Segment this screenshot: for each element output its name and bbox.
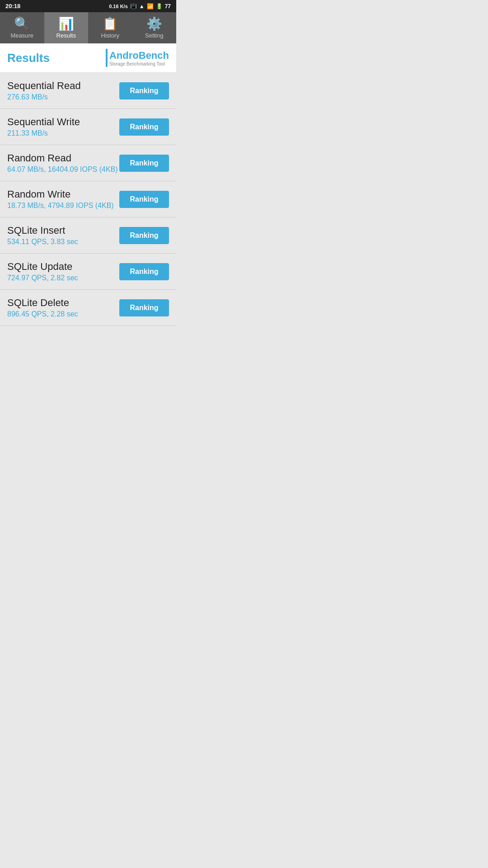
bench-row-sqlite-update: SQLite Update 724.97 QPS, 2.82 sec Ranki…	[0, 254, 176, 290]
battery-level: 77	[165, 3, 171, 9]
bench-row-random-read: Random Read 64.07 MB/s, 16404.09 IOPS (4…	[0, 145, 176, 181]
ranking-btn-random-read[interactable]: Ranking	[119, 155, 169, 172]
bench-value-sqlite-insert: 534.11 QPS, 3.83 sec	[7, 238, 119, 246]
wifi-icon: ▲	[139, 3, 145, 9]
status-bar: 20:18 0.16 K/s 📳 ▲ 📶 🔋 77	[0, 0, 176, 12]
bench-info-sequential-read: Sequential Read 276.63 MB/s	[7, 80, 119, 101]
tab-results[interactable]: 📊 Results	[44, 12, 89, 43]
measure-icon: 🔍	[14, 18, 30, 30]
bench-row-sqlite-insert: SQLite Insert 534.11 QPS, 3.83 sec Ranki…	[0, 217, 176, 254]
ranking-btn-sqlite-insert[interactable]: Ranking	[119, 227, 169, 244]
bench-value-sequential-read: 276.63 MB/s	[7, 93, 119, 101]
status-right: 0.16 K/s 📳 ▲ 📶 🔋 77	[109, 3, 171, 9]
bench-name-sqlite-update: SQLite Update	[7, 261, 119, 273]
tab-history[interactable]: 📋 History	[88, 12, 132, 43]
bench-info-random-read: Random Read 64.07 MB/s, 16404.09 IOPS (4…	[7, 152, 119, 174]
ranking-btn-random-write[interactable]: Ranking	[119, 191, 169, 208]
bench-value-sequential-write: 211.33 MB/s	[7, 129, 119, 137]
bench-name-sequential-write: Sequential Write	[7, 116, 119, 128]
brand-logo: AndroBench Storage Benchmarking Tool	[106, 49, 169, 67]
page-title: Results	[7, 51, 50, 65]
nav-tabs: 🔍 Measure 📊 Results 📋 History ⚙️ Setting	[0, 12, 176, 43]
bench-value-random-read: 64.07 MB/s, 16404.09 IOPS (4KB)	[7, 165, 119, 174]
ranking-btn-sequential-read[interactable]: Ranking	[119, 82, 169, 99]
bench-info-sqlite-update: SQLite Update 724.97 QPS, 2.82 sec	[7, 261, 119, 282]
status-time: 20:18	[5, 3, 20, 9]
bench-name-sqlite-insert: SQLite Insert	[7, 225, 119, 236]
bench-info-random-write: Random Write 18.73 MB/s, 4794.89 IOPS (4…	[7, 189, 119, 210]
setting-icon: ⚙️	[146, 18, 162, 30]
battery-icon: 🔋	[156, 3, 163, 9]
bench-name-random-read: Random Read	[7, 152, 119, 164]
benchmark-list: Sequential Read 276.63 MB/s Ranking Sequ…	[0, 73, 176, 326]
signal-icon: 📶	[147, 3, 154, 9]
bench-row-sequential-read: Sequential Read 276.63 MB/s Ranking	[0, 73, 176, 109]
brand-tagline: Storage Benchmarking Tool	[109, 61, 169, 66]
bench-name-random-write: Random Write	[7, 189, 119, 200]
results-icon: 📊	[58, 18, 74, 30]
brand-name: AndroBench	[109, 50, 169, 61]
bench-name-sqlite-delete: SQLite Delete	[7, 297, 119, 309]
bench-name-sequential-read: Sequential Read	[7, 80, 119, 92]
measure-label: Measure	[10, 32, 33, 39]
ranking-btn-sqlite-delete[interactable]: Ranking	[119, 299, 169, 316]
bench-row-sqlite-delete: SQLite Delete 896.45 QPS, 2.28 sec Ranki…	[0, 290, 176, 326]
bench-row-sequential-write: Sequential Write 211.33 MB/s Ranking	[0, 109, 176, 145]
logo-accent-bar	[106, 49, 108, 67]
vibrate-icon: 📳	[130, 3, 137, 9]
bench-info-sequential-write: Sequential Write 211.33 MB/s	[7, 116, 119, 137]
history-label: History	[101, 32, 119, 39]
bench-value-sqlite-update: 724.97 QPS, 2.82 sec	[7, 274, 119, 282]
bench-info-sqlite-insert: SQLite Insert 534.11 QPS, 3.83 sec	[7, 225, 119, 246]
setting-label: Setting	[145, 32, 163, 39]
bench-value-random-write: 18.73 MB/s, 4794.89 IOPS (4KB)	[7, 202, 119, 210]
bench-row-random-write: Random Write 18.73 MB/s, 4794.89 IOPS (4…	[0, 181, 176, 217]
ranking-btn-sequential-write[interactable]: Ranking	[119, 118, 169, 136]
results-label: Results	[56, 32, 76, 39]
bench-value-sqlite-delete: 896.45 QPS, 2.28 sec	[7, 310, 119, 318]
tab-setting[interactable]: ⚙️ Setting	[132, 12, 177, 43]
history-icon: 📋	[102, 18, 118, 30]
tab-measure[interactable]: 🔍 Measure	[0, 12, 44, 43]
results-header: Results AndroBench Storage Benchmarking …	[0, 43, 176, 73]
network-speed: 0.16 K/s	[109, 4, 128, 9]
ranking-btn-sqlite-update[interactable]: Ranking	[119, 263, 169, 280]
bench-info-sqlite-delete: SQLite Delete 896.45 QPS, 2.28 sec	[7, 297, 119, 318]
